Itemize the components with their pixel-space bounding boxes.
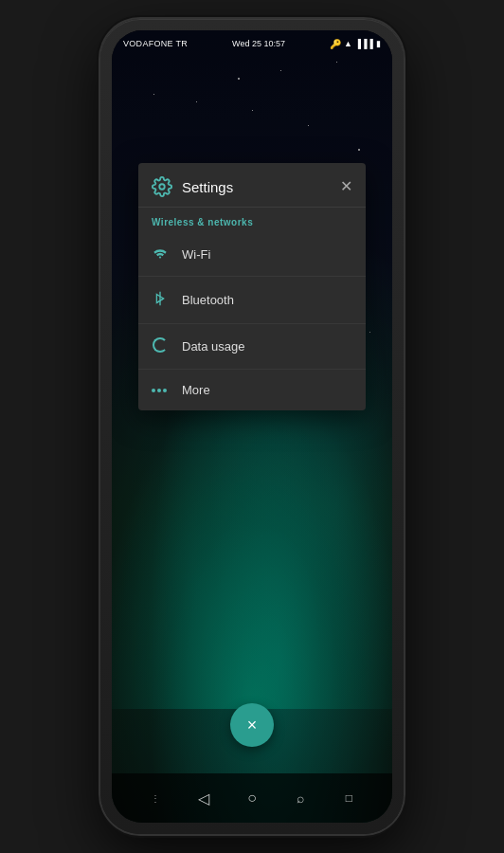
wifi-icon	[152, 246, 169, 263]
phone-frame: VODAFONE TR Wed 25 10:57 🔑 ▲ ▐▐▐ ▮	[100, 19, 404, 834]
menu-item-bluetooth[interactable]: Bluetooth	[138, 277, 366, 324]
nav-search-button[interactable]: ⌕	[283, 781, 317, 815]
dialog-title-row: Settings	[152, 176, 233, 197]
bottom-navigation: ⋮ ◁ ○ ⌕ □	[112, 773, 392, 823]
fab-close-button[interactable]: ×	[230, 703, 274, 747]
menu-item-data-usage[interactable]: Data usage	[138, 324, 366, 370]
wifi-label: Wi-Fi	[182, 247, 210, 262]
wifi-status-icon: ▲	[344, 39, 352, 48]
dialog-title: Settings	[182, 179, 233, 195]
key-icon: 🔑	[330, 39, 341, 49]
nav-home-button[interactable]: ○	[235, 781, 269, 815]
section-wireless-label: Wireless & networks	[138, 208, 366, 233]
nav-back-button[interactable]: ◁	[187, 781, 221, 815]
dialog-header: Settings ✕	[138, 163, 366, 208]
more-icon	[152, 389, 169, 392]
data-usage-icon	[152, 337, 169, 355]
svg-point-0	[159, 184, 165, 190]
battery-icon: ▮	[376, 39, 381, 48]
menu-item-wifi[interactable]: Wi-Fi	[138, 233, 366, 277]
signal-icon: ▐▐▐	[355, 39, 373, 48]
datetime-label: Wed 25 10:57	[232, 39, 285, 48]
wallpaper: VODAFONE TR Wed 25 10:57 🔑 ▲ ▐▐▐ ▮	[112, 30, 392, 823]
nav-recents-button[interactable]: □	[332, 781, 366, 815]
status-bar: VODAFONE TR Wed 25 10:57 🔑 ▲ ▐▐▐ ▮	[112, 30, 392, 57]
settings-gear-icon	[152, 176, 172, 197]
bluetooth-label: Bluetooth	[182, 293, 234, 307]
menu-item-more[interactable]: More	[138, 370, 366, 410]
fab-close-icon: ×	[247, 717, 258, 734]
bluetooth-icon	[152, 290, 169, 310]
status-icons: 🔑 ▲ ▐▐▐ ▮	[330, 39, 381, 49]
phone-screen: VODAFONE TR Wed 25 10:57 🔑 ▲ ▐▐▐ ▮	[112, 30, 392, 823]
more-label: More	[182, 383, 210, 397]
carrier-label: VODAFONE TR	[123, 39, 188, 48]
data-usage-label: Data usage	[182, 339, 245, 354]
dialog-close-button[interactable]: ✕	[340, 179, 352, 194]
nav-menu-button[interactable]: ⋮	[138, 781, 172, 815]
settings-dialog: Settings ✕ Wireless & networks Wi-Fi	[138, 163, 366, 410]
